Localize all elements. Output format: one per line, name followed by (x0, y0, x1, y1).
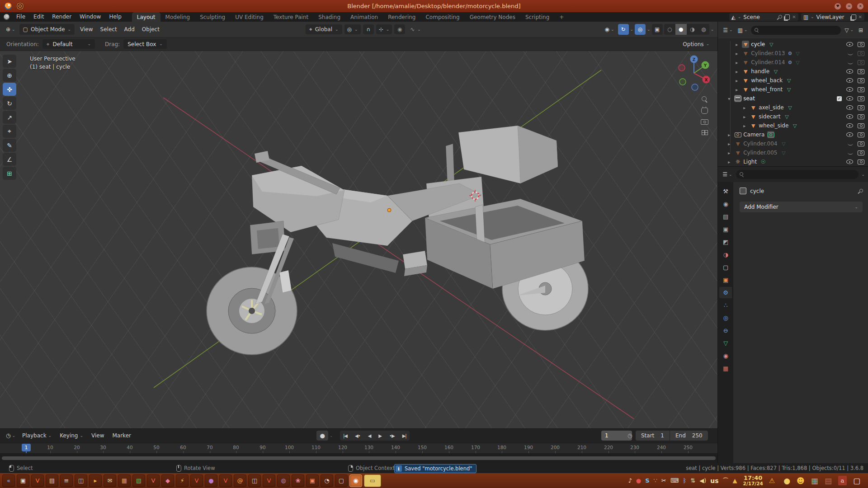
particles-tab[interactable]: ∴ (719, 300, 732, 311)
outliner-item-name[interactable]: seat (743, 95, 755, 102)
app-pink[interactable]: ◆ (161, 474, 174, 487)
camera-visibility-icon[interactable] (858, 141, 864, 146)
transport-button[interactable]: •▶ (386, 431, 398, 441)
eye-open-icon[interactable] (846, 69, 853, 74)
arrows-tray-icon[interactable]: ⇅ (690, 477, 695, 484)
outliner-row[interactable]: ▼ ☼ wheel_back ⚙ ▽ ☉ ✓ (718, 76, 868, 85)
measure-tool[interactable]: ∠ (3, 153, 16, 166)
eye-closed-icon[interactable] (848, 61, 853, 64)
menubar-item[interactable]: Render (48, 12, 75, 22)
timeline-editor-type-button[interactable]: ◷⌄ (4, 432, 18, 440)
workspace-tab[interactable]: UV Editing (230, 12, 269, 22)
shading-mode-button[interactable]: ○ (664, 24, 675, 35)
editor-type-button[interactable]: ⊕⌄ (4, 25, 18, 33)
outliner-item-name[interactable]: cycle (751, 41, 765, 47)
viewlayer-selector[interactable]: ▥ ⌄ ViewLayer ✕ (801, 13, 864, 21)
camera-visibility-icon[interactable] (858, 150, 864, 155)
window-preview[interactable]: ▭ (364, 474, 381, 487)
outliner-row[interactable]: ▼ ☼ Camera ⚙ ▽ ☉ ✓ (718, 130, 868, 139)
outliner-filter-type-button[interactable]: ▥⌄ (736, 26, 749, 34)
viewport-menu-item[interactable]: Object (138, 26, 163, 33)
viewport-camera-icon[interactable] (701, 119, 708, 125)
scene-tab[interactable]: ◩ (719, 236, 732, 248)
app-terminal[interactable]: ▣ (17, 474, 29, 487)
viewport-zoom-icon[interactable] (702, 96, 708, 102)
physics-tab[interactable]: ◎ (719, 312, 732, 324)
eye-open-icon[interactable] (846, 87, 853, 92)
camera-visibility-icon[interactable] (858, 123, 864, 128)
camera-visibility-icon[interactable] (858, 42, 864, 47)
options-dropdown[interactable]: Options⌄ (683, 41, 711, 47)
world-tab[interactable]: ◑ (719, 249, 732, 260)
camera-visibility-icon[interactable] (858, 114, 864, 119)
outliner-row[interactable]: ▼ ☼ Cylinder.013 ⚙ ▽ ☉ ✓ (718, 49, 868, 58)
outliner-item-name[interactable]: Cylinder.014 (751, 59, 785, 66)
eye-open-icon[interactable] (846, 105, 853, 110)
outliner-row[interactable]: ▼ ☼ cycle ⚙ ▽ ☉ ✓ (718, 40, 868, 49)
workspace-tab[interactable]: Compositing (420, 12, 464, 22)
outliner-row[interactable]: ▼ ☼ sidecart ⚙ ▽ ☉ ✓ (718, 112, 868, 121)
frame-start-field[interactable]: Start1 (636, 431, 670, 441)
falloff-selector[interactable]: ∿⌄ (407, 24, 424, 34)
orientation-default-dropdown[interactable]: ⌖ Default ⌄ (42, 39, 95, 49)
books-icon[interactable]: ▤ (825, 476, 832, 485)
app-disc[interactable]: ◍ (277, 474, 290, 487)
app-editor[interactable]: ≡ (60, 474, 73, 487)
warning-icon[interactable]: ⚠ (769, 477, 775, 485)
camera-visibility-icon[interactable] (858, 60, 864, 65)
render-tab[interactable]: ◉ (719, 198, 732, 210)
eye-open-icon[interactable] (846, 42, 853, 47)
expand-arrow-icon[interactable] (736, 78, 742, 83)
square-outline-icon[interactable]: ▢ (853, 476, 860, 485)
eye-open-icon[interactable] (846, 96, 853, 101)
outliner-row[interactable]: ▼ ☼ handle ⚙ ▽ ☉ ✓ (718, 67, 868, 76)
properties-search-input[interactable] (736, 170, 859, 179)
viewport-menu-item[interactable]: View (76, 26, 96, 33)
pivot-point-selector[interactable]: ◎⌄ (344, 24, 361, 34)
timeline-ruler[interactable]: 1020304050607080901001101201301401501601… (0, 443, 717, 454)
camera-visibility-icon[interactable] (858, 96, 864, 101)
outliner-item-name[interactable]: Cylinder.005 (743, 150, 777, 156)
app-mail[interactable]: ✉ (104, 474, 116, 487)
workspace-tab[interactable]: Scripting (520, 12, 554, 22)
eye-open-icon[interactable] (846, 78, 853, 83)
shading-mode-button[interactable]: ◑ (687, 24, 698, 35)
outliner-display-mode-button[interactable]: ☰⌄ (722, 26, 734, 34)
new-collection-button[interactable]: ⊞ (857, 26, 864, 34)
scissors-tray-icon[interactable]: ✂ (661, 477, 666, 484)
yellow-ball-icon[interactable]: ● (783, 476, 790, 485)
app-flower[interactable]: ❀ (292, 474, 304, 487)
collection-checkbox[interactable]: ✓ (837, 96, 842, 101)
transport-button[interactable]: ◀• (352, 431, 363, 441)
expand-arrow-icon[interactable] (728, 96, 734, 101)
modifier-tab[interactable]: ⚙ (719, 287, 732, 298)
app-orange[interactable]: ▣ (306, 474, 319, 487)
viewlayer-tab[interactable]: ▣ (719, 224, 732, 235)
outliner-row[interactable]: ▼ ☼ seat ⚙ ▽ ☉ ✓ (718, 94, 868, 103)
expand-arrow-icon[interactable] (736, 42, 742, 47)
proportional-edit-toggle[interactable]: ◉ (394, 24, 405, 34)
select-box-tool[interactable]: ➤ (3, 55, 16, 68)
saved-notification[interactable]: i Saved "motorcycle.blend" (394, 464, 476, 473)
eye-closed-icon[interactable] (848, 52, 853, 55)
eye-open-icon[interactable] (846, 160, 853, 164)
collection-tab[interactable]: ▢ (719, 262, 732, 273)
clock[interactable]: 17:40 2/17/24 (743, 475, 763, 487)
volume-tray-icon[interactable]: ◀) (699, 477, 706, 484)
viewport-menu-item[interactable]: Select (97, 26, 121, 33)
eye-closed-icon[interactable] (848, 151, 853, 155)
output-tab[interactable]: ▤ (719, 211, 732, 222)
transport-button[interactable]: ▶ (375, 431, 385, 441)
playhead[interactable]: 1 (22, 444, 31, 451)
mode-selector[interactable]: ▢ Object Mode ⌄ (19, 24, 75, 35)
up-triangle-icon[interactable]: ▲ (733, 477, 737, 484)
outliner-item-name[interactable]: wheel_side (759, 122, 788, 129)
app-bolt[interactable]: ⚡ (176, 474, 189, 487)
xray-toggle[interactable]: ▣ (652, 24, 663, 35)
window-control-button[interactable]: ≡ (846, 3, 852, 9)
add-modifier-dropdown[interactable]: Add Modifier ⌄ (740, 202, 863, 212)
expand-arrow-icon[interactable] (736, 51, 742, 56)
overlays-toggle[interactable]: ◎ (635, 24, 646, 35)
expand-arrow-icon[interactable] (736, 69, 742, 74)
menubar-item[interactable]: Edit (29, 12, 48, 22)
